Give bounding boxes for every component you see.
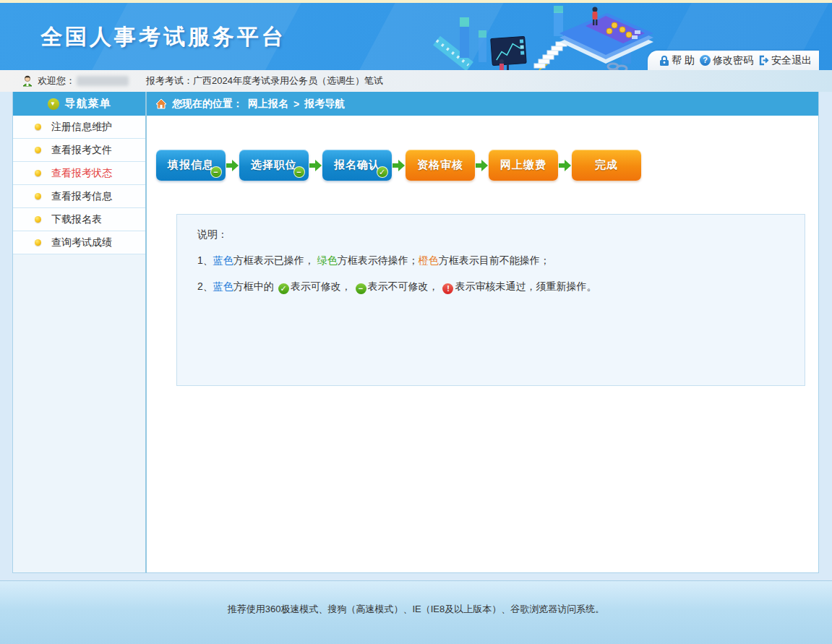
logout-link[interactable]: 安全退出 xyxy=(758,54,812,67)
notes-box: 说明： 1、蓝色方框表示已操作， 绿色方框表示待操作；橙色方框表示目前不能操作；… xyxy=(176,214,805,386)
arrow-right-icon xyxy=(309,160,322,171)
page: 全国人事考试服务平台 xyxy=(0,0,832,644)
content-body: 填报信息 − 选择职位 − 报名确认 ✓ 资格审核 xyxy=(147,116,818,572)
breadcrumb-separator: > xyxy=(293,98,299,110)
bullet-icon xyxy=(35,147,41,153)
footer: 推荐使用360极速模式、搜狗（高速模式）、IE（IE8及以上版本）、谷歌浏览器访… xyxy=(0,580,832,644)
sidebar-item-register-info[interactable]: 注册信息维护 xyxy=(13,116,145,139)
sidebar-title: 导航菜单 xyxy=(65,97,111,111)
username-redacted xyxy=(77,76,129,86)
step-confirm[interactable]: 报名确认 ✓ xyxy=(322,150,392,181)
bullet-icon xyxy=(35,216,41,223)
chevron-down-icon: ▼ xyxy=(48,98,59,110)
bullet-icon xyxy=(35,124,41,130)
main: ▼ 导航菜单 注册信息维护 查看报考文件 查看报考状态 查看报考信息 下载 xyxy=(12,92,819,573)
exit-icon xyxy=(758,55,769,66)
breadcrumb: 您现在的位置： 网上报名 > 报考导航 xyxy=(147,92,818,116)
note-line-2: 2、蓝色方框中的 ✓表示可修改， −表示不可修改， !表示审核未通过，须重新操作… xyxy=(197,278,790,294)
exam-name: 广西2024年度考试录用公务员（选调生）笔试 xyxy=(193,74,383,87)
sidebar-item-download-form[interactable]: 下载报名表 xyxy=(13,208,145,231)
lock-icon xyxy=(659,55,669,66)
notes-title: 说明： xyxy=(197,226,790,242)
step-complete[interactable]: 完成 xyxy=(572,150,641,181)
arrow-right-icon xyxy=(476,160,488,171)
content: 您现在的位置： 网上报名 > 报考导航 填报信息 − 选择职位 − xyxy=(147,92,819,573)
step-select-position[interactable]: 选择职位 − xyxy=(239,150,309,181)
header-illustration xyxy=(432,4,656,70)
minus-icon: − xyxy=(293,166,305,178)
sidebar: ▼ 导航菜单 注册信息维护 查看报考文件 查看报考状态 查看报考信息 下载 xyxy=(12,92,147,573)
breadcrumb-section[interactable]: 网上报名 xyxy=(248,98,288,111)
home-icon xyxy=(155,98,167,109)
footer-text: 推荐使用360极速模式、搜狗（高速模式）、IE（IE8及以上版本）、谷歌浏览器访… xyxy=(228,604,605,614)
header: 全国人事考试服务平台 xyxy=(0,3,832,70)
arrow-right-icon xyxy=(559,160,571,171)
help-link[interactable]: 帮 助 xyxy=(659,54,695,67)
sidebar-item-view-application-status[interactable]: 查看报考状态 xyxy=(13,162,145,185)
sidebar-item-view-application-info[interactable]: 查看报考信息 xyxy=(13,185,145,208)
bullet-icon xyxy=(35,239,41,246)
minus-icon: − xyxy=(210,166,222,178)
step-flow: 填报信息 − 选择职位 − 报名确认 ✓ 资格审核 xyxy=(156,150,818,181)
sidebar-item-query-scores[interactable]: 查询考试成绩 xyxy=(13,231,145,254)
utility-panel: 帮 助 ? 修改密码 安全退出 xyxy=(648,51,819,70)
sidebar-item-view-exam-files[interactable]: 查看报考文件 xyxy=(13,139,145,162)
site-title: 全国人事考试服务平台 xyxy=(40,22,286,52)
breadcrumb-prefix: 您现在的位置： xyxy=(172,98,243,111)
sidebar-header: ▼ 导航菜单 xyxy=(13,92,145,116)
check-icon: ✓ xyxy=(278,283,289,294)
question-icon: ? xyxy=(700,55,711,66)
step-qualification-review[interactable]: 资格审核 xyxy=(406,150,475,181)
avatar-icon xyxy=(22,75,33,87)
bullet-icon xyxy=(35,170,41,176)
bullet-icon xyxy=(35,193,41,199)
arrow-right-icon xyxy=(226,160,239,171)
check-icon: ✓ xyxy=(377,166,388,178)
exam-label: 报考考试： xyxy=(146,74,193,87)
welcome-bar: 欢迎您： 报考考试： 广西2024年度考试录用公务员（选调生）笔试 xyxy=(0,70,832,92)
note-line-1: 1、蓝色方框表示已操作， 绿色方框表示待操作；橙色方框表示目前不能操作； xyxy=(197,252,790,268)
breadcrumb-current: 报考导航 xyxy=(304,98,345,111)
step-online-payment[interactable]: 网上缴费 xyxy=(489,150,558,181)
change-password-link[interactable]: ? 修改密码 xyxy=(700,54,753,67)
minus-icon: − xyxy=(356,283,366,294)
arrow-right-icon xyxy=(393,160,405,171)
sidebar-filler xyxy=(13,254,145,572)
error-icon: ! xyxy=(442,283,453,294)
step-fill-info[interactable]: 填报信息 − xyxy=(156,150,226,181)
welcome-greeting: 欢迎您： xyxy=(38,74,75,87)
